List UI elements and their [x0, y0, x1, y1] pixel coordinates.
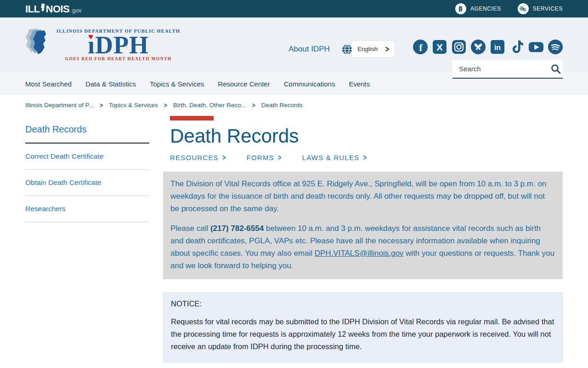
- illinois-logo-text-left: ILL: [25, 4, 40, 14]
- quick-links-row: RESOURCES > FORMS > LAWS & RULES >: [170, 154, 563, 161]
- x-twitter-icon[interactable]: X: [432, 39, 447, 55]
- language-selector[interactable]: English >: [351, 40, 395, 58]
- idph-logo-main-text: ı♥DPH: [57, 34, 180, 57]
- illinois-gov-logo[interactable]: ILL NOIS .gov: [25, 3, 82, 14]
- breadcrumb-topics-services[interactable]: Topics & Services: [109, 102, 158, 109]
- sidebar-item-death-records[interactable]: Death Records: [25, 124, 149, 144]
- illinois-logo-text-right: NOIS: [46, 4, 70, 14]
- red-accent-bar: [170, 116, 214, 121]
- info-paragraph-2: Please call (217) 782-6554 between 10 a.…: [170, 222, 555, 272]
- social-icons-row: f X in: [413, 39, 563, 55]
- illinois-logo-gov-suffix: .gov: [70, 6, 82, 14]
- info-paragraph-1: The Division of Vital Records office at …: [170, 178, 555, 215]
- instagram-icon[interactable]: [451, 39, 467, 55]
- search-bar: [452, 60, 563, 79]
- idph-logo-bottom-text: GOES RED FOR HEART HEALTH MONTH: [57, 57, 180, 61]
- svg-text:in: in: [494, 44, 501, 52]
- topbar: ILL NOIS .gov AGENCIES: [0, 0, 588, 17]
- idph-logo-text: ILLINOIS DEPARTMENT OF PUBLIC HEALTH ı♥D…: [57, 29, 180, 61]
- forms-link[interactable]: FORMS >: [247, 154, 282, 161]
- nav-events[interactable]: Events: [349, 80, 370, 88]
- chevron-right-icon: >: [100, 101, 103, 109]
- phone-number: (217) 782-6554: [210, 224, 264, 233]
- agencies-label: AGENCIES: [470, 6, 501, 12]
- bluesky-icon[interactable]: [470, 39, 486, 55]
- notice-box: NOTICE: Requests for vital records may b…: [163, 293, 563, 362]
- nav-topics-services[interactable]: Topics & Services: [150, 80, 204, 88]
- chevron-right-icon: >: [252, 101, 255, 109]
- site-header: ILLINOIS DEPARTMENT OF PUBLIC HEALTH ı♥D…: [0, 17, 588, 72]
- idph-state-shapes-icon: [25, 27, 54, 63]
- main-content: Death Records RESOURCES > FORMS > LAWS &…: [163, 116, 563, 362]
- email-link[interactable]: DPH.VITALS@illinois.gov: [315, 249, 404, 258]
- breadcrumb-current-page: Death Records: [261, 102, 303, 109]
- linkedin-icon[interactable]: in: [490, 39, 505, 55]
- notice-body: Requests for vital records may be submit…: [171, 316, 555, 353]
- svg-text:f: f: [419, 42, 423, 53]
- svg-text:X: X: [436, 42, 443, 52]
- search-input[interactable]: [459, 65, 550, 73]
- nav-most-searched[interactable]: Most Searched: [25, 80, 72, 88]
- chevron-right-icon: >: [363, 153, 367, 162]
- idph-logo[interactable]: ILLINOIS DEPARTMENT OF PUBLIC HEALTH ı♥D…: [25, 27, 180, 63]
- globe-icon: [342, 44, 352, 57]
- vital-records-info-box: The Division of Vital Records office at …: [163, 172, 563, 279]
- topbar-right: AGENCIES SERVICES: [455, 3, 563, 14]
- laws-rules-link[interactable]: LAWS & RULES >: [302, 154, 368, 161]
- sidebar-nav: Death Records Correct Death Certificate …: [25, 124, 149, 222]
- chevron-right-icon: >: [164, 101, 167, 109]
- sidebar-item-correct-death-certificate[interactable]: Correct Death Certificate: [25, 144, 149, 170]
- youtube-icon[interactable]: [528, 39, 544, 55]
- chevron-right-icon: >: [278, 153, 282, 162]
- nav-communications[interactable]: Communications: [284, 80, 335, 88]
- services-label: SERVICES: [533, 6, 563, 12]
- breadcrumb-home[interactable]: Illinois Department of P...: [25, 102, 94, 109]
- search-icon[interactable]: [550, 63, 561, 75]
- gears-icon: [518, 3, 529, 14]
- about-idph-link[interactable]: About IDPH: [288, 45, 330, 54]
- chevron-right-icon: >: [222, 153, 226, 162]
- sidebar-item-obtain-death-certificate[interactable]: Obtain Death Certificate: [25, 170, 149, 196]
- chevron-right-icon: >: [385, 44, 389, 54]
- agencies-link[interactable]: AGENCIES: [455, 3, 501, 14]
- language-selected-value: English: [357, 46, 378, 52]
- nav-data-statistics[interactable]: Data & Statistics: [85, 80, 136, 88]
- nav-resource-center[interactable]: Resource Center: [218, 80, 270, 88]
- sidebar-item-researchers[interactable]: Researchers: [25, 196, 149, 222]
- spotify-icon[interactable]: [548, 39, 563, 55]
- resources-link[interactable]: RESOURCES >: [170, 154, 226, 161]
- tiktok-icon[interactable]: [509, 39, 525, 55]
- facebook-icon[interactable]: f: [413, 39, 428, 55]
- building-icon: [455, 3, 466, 14]
- page-title: Death Records: [170, 125, 563, 147]
- breadcrumb-birth-death-records[interactable]: Birth, Death, Other Reco...: [173, 102, 246, 109]
- breadcrumb: Illinois Department of P... > Topics & S…: [0, 95, 588, 115]
- heart-icon: ♥: [88, 25, 94, 48]
- notice-title: NOTICE:: [171, 299, 555, 308]
- services-link[interactable]: SERVICES: [518, 3, 563, 14]
- illinois-state-icon: [40, 3, 45, 14]
